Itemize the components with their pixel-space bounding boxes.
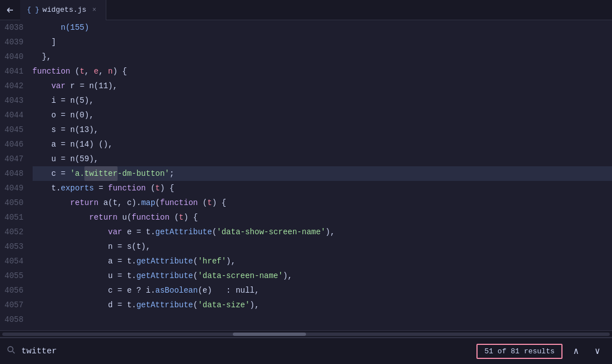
code-token: ), bbox=[326, 225, 335, 239]
code-token: o = n(0), bbox=[33, 108, 94, 122]
code-token: ( bbox=[193, 269, 197, 283]
code-token: function bbox=[33, 64, 70, 79]
table-row: d = t.getAttribute('data-size'), bbox=[33, 298, 612, 312]
code-token: n = s(t), bbox=[33, 239, 151, 254]
table-row: return a(t, c).map(function (t) { bbox=[33, 195, 612, 210]
line-number: 4041 bbox=[4, 64, 24, 79]
table-row: var r = n(11), bbox=[33, 79, 612, 93]
code-token bbox=[33, 225, 108, 239]
line-number: 4045 bbox=[4, 122, 24, 137]
code-token: 'a. bbox=[70, 166, 84, 181]
search-next-button[interactable]: ∨ bbox=[590, 343, 605, 359]
code-token: c = bbox=[33, 166, 70, 181]
code-token: map bbox=[141, 195, 155, 210]
code-token: ] bbox=[33, 35, 56, 49]
code-token: ) { bbox=[184, 210, 198, 225]
line-numbers: 4038403940404041404240434044404540464047… bbox=[0, 20, 33, 330]
scrollbar-track[interactable] bbox=[2, 333, 610, 336]
table-row: c = 'a.twitter-dm-button'; bbox=[33, 166, 612, 181]
code-token: r = n(11), bbox=[65, 79, 117, 93]
code-token: t bbox=[155, 181, 160, 195]
code-token: (e) : null, bbox=[198, 283, 259, 298]
code-token: twitter bbox=[84, 166, 118, 181]
table-row bbox=[33, 312, 612, 327]
code-token: . bbox=[56, 181, 61, 195]
code-token bbox=[33, 79, 52, 93]
code-token: a = t. bbox=[33, 254, 137, 269]
code-token: a = n(14) (), bbox=[33, 137, 113, 152]
tab-close-button[interactable]: × bbox=[90, 6, 99, 15]
code-token: ), bbox=[226, 254, 236, 269]
code-token: 'data-size' bbox=[198, 298, 250, 312]
table-row: s = n(13), bbox=[33, 122, 612, 137]
code-token: ), bbox=[250, 298, 259, 312]
code-token: n(155) bbox=[33, 20, 89, 35]
code-token: function bbox=[108, 181, 146, 195]
code-token: ( bbox=[193, 298, 197, 312]
code-token: getAttribute bbox=[136, 298, 193, 312]
tab-filename: widgets.js bbox=[43, 6, 87, 14]
line-number: 4052 bbox=[4, 225, 24, 239]
code-token: u = n(59), bbox=[33, 152, 99, 166]
table-row: t.exports = function (t) { bbox=[33, 181, 612, 195]
table-row: return u(function (t) { bbox=[33, 210, 612, 225]
code-content[interactable]: n(155) ] },function (t, e, n) { var r = … bbox=[33, 20, 612, 330]
code-token: d = t. bbox=[33, 298, 137, 312]
table-row: function (t, e, n) { bbox=[33, 64, 612, 79]
code-token: function bbox=[160, 195, 198, 210]
code-token: ) { bbox=[160, 181, 174, 195]
code-token: exports bbox=[61, 181, 94, 195]
scrollbar-area[interactable] bbox=[0, 330, 612, 337]
line-number: 4056 bbox=[4, 283, 24, 298]
line-number: 4048 bbox=[4, 166, 24, 181]
table-row: o = n(0), bbox=[33, 108, 612, 122]
code-token bbox=[33, 195, 70, 210]
code-token bbox=[33, 210, 89, 225]
code-token: 'data-show-screen-name' bbox=[217, 225, 325, 239]
code-token: return bbox=[70, 195, 98, 210]
code-token: a(t, c). bbox=[98, 195, 141, 210]
code-token: t bbox=[80, 64, 84, 79]
code-token: ( bbox=[146, 181, 155, 195]
search-results-count: 51 of 81 results bbox=[476, 344, 562, 359]
code-token: c = e ? i. bbox=[33, 283, 155, 298]
line-number: 4044 bbox=[4, 108, 24, 122]
code-token: t bbox=[33, 181, 56, 195]
table-row: a = t.getAttribute('href'), bbox=[33, 254, 612, 269]
file-tab[interactable]: { } widgets.js × bbox=[20, 0, 106, 20]
table-row: n = s(t), bbox=[33, 239, 612, 254]
code-token: asBoolean bbox=[155, 283, 198, 298]
code-scroll[interactable]: 4038403940404041404240434044404540464047… bbox=[0, 20, 612, 330]
file-icon: { } bbox=[27, 6, 39, 14]
table-row: }, bbox=[33, 49, 612, 64]
scrollbar-thumb[interactable] bbox=[233, 333, 306, 336]
code-token: e bbox=[94, 64, 98, 79]
search-prev-button[interactable]: ∧ bbox=[568, 343, 584, 359]
search-input[interactable] bbox=[21, 347, 471, 356]
code-token: ), bbox=[283, 269, 292, 283]
table-row: ] bbox=[33, 35, 612, 49]
line-number: 4042 bbox=[4, 79, 24, 93]
line-number: 4043 bbox=[4, 93, 24, 108]
code-token: getAttribute bbox=[136, 254, 193, 269]
code-token: n bbox=[108, 64, 112, 79]
code-token: getAttribute bbox=[155, 225, 212, 239]
search-icon bbox=[7, 345, 16, 357]
code-token: }, bbox=[33, 49, 52, 64]
back-button[interactable] bbox=[0, 0, 20, 20]
line-number: 4040 bbox=[4, 49, 24, 64]
code-token: s = n(13), bbox=[33, 122, 99, 137]
line-number: 4047 bbox=[4, 152, 24, 166]
line-number: 4055 bbox=[4, 269, 24, 283]
code-token: ( bbox=[198, 195, 208, 210]
code-token: var bbox=[108, 225, 122, 239]
svg-point-0 bbox=[8, 347, 13, 352]
line-number: 4050 bbox=[4, 195, 24, 210]
svg-line-1 bbox=[13, 351, 15, 353]
code-token: return bbox=[89, 210, 117, 225]
code-token: e = t. bbox=[122, 225, 155, 239]
code-token: , bbox=[98, 64, 108, 79]
code-token: -dm-button' bbox=[118, 166, 169, 181]
code-token: ) { bbox=[212, 195, 226, 210]
table-row: u = n(59), bbox=[33, 152, 612, 166]
